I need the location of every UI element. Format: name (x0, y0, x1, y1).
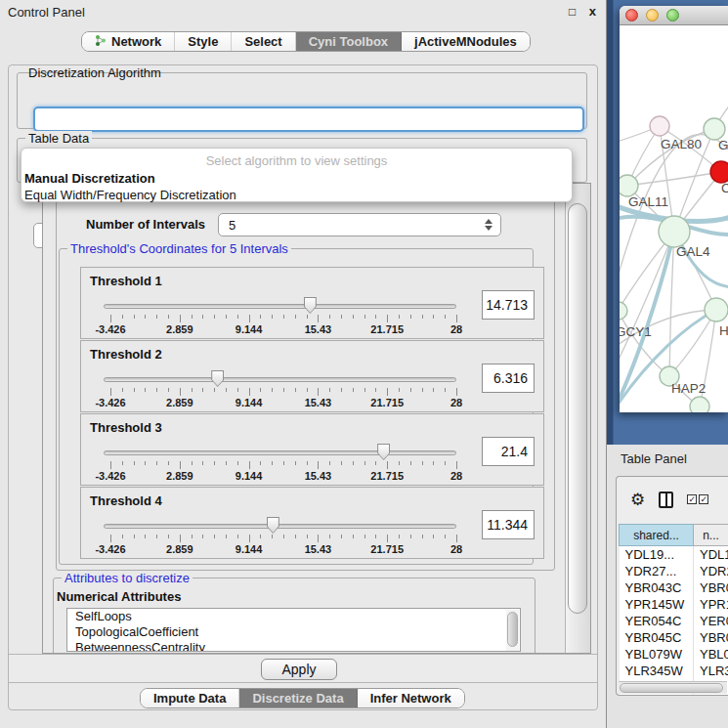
horizontal-scrollbar-thumb[interactable] (620, 683, 723, 693)
table-cell[interactable]: YER0 (694, 613, 728, 629)
node-table: shared... n... YDL19...YDL1YDR27...YDR2Y… (619, 524, 728, 696)
network-edge (627, 172, 721, 186)
tab-select[interactable]: Select (232, 32, 295, 51)
network-node[interactable] (690, 397, 709, 412)
table-cell[interactable]: YLR3 (694, 663, 728, 679)
close-icon[interactable]: x (589, 4, 596, 19)
table-cell[interactable]: YBR0 (694, 629, 728, 646)
network-node[interactable] (650, 116, 669, 136)
tab-cyni-toolbox[interactable]: Cyni Toolbox (296, 32, 402, 51)
table-cell[interactable]: YDR27... (620, 563, 694, 579)
table-row[interactable]: YLR345WYLR3 (620, 663, 728, 679)
table-cell[interactable]: YBL079W (620, 646, 694, 663)
table-cell[interactable]: YDL1 (694, 546, 728, 563)
table-row[interactable]: YBR045CYBR0 (620, 629, 728, 646)
thresholds-group-title: Threshold's Coordinates for 5 Intervals (67, 241, 291, 256)
threshold-slider-thumb[interactable] (304, 297, 317, 314)
vertical-scrollbar-thumb[interactable] (568, 203, 587, 614)
table-cell[interactable]: YBR043C (620, 579, 694, 596)
network-node[interactable] (659, 216, 690, 247)
threshold-slider-track[interactable] (104, 524, 456, 529)
list-item-topologicalcoefficient[interactable]: TopologicalCoefficient (67, 624, 520, 640)
threshold-slider-thumb[interactable] (211, 370, 224, 387)
apply-button[interactable]: Apply (261, 659, 337, 680)
tab-jactivemnodules[interactable]: jActiveMNodules (402, 32, 530, 51)
close-traffic-light-icon[interactable] (625, 9, 638, 21)
table-cell[interactable]: YLR345W (620, 663, 694, 679)
network-node[interactable] (710, 161, 728, 183)
list-scrollbar-thumb[interactable] (507, 612, 518, 647)
threshold-value-input[interactable] (482, 364, 535, 393)
popup-item-equal-width-frequency-discretization[interactable]: Equal Width/Frequency Discretization (21, 187, 572, 203)
table-cell[interactable]: YBR045C (620, 629, 694, 646)
network-view[interactable]: GAL80GACGAL11GAL4GCY1HHAP2 (620, 25, 728, 412)
tab-label: Cyni Toolbox (309, 34, 388, 49)
table-row[interactable]: YBR043CYBR0 (620, 579, 728, 596)
network-node[interactable] (620, 302, 627, 320)
table-cell[interactable]: YPR145W (620, 596, 694, 613)
list-item-selfloops[interactable]: SelfLoops (67, 609, 520, 624)
bottom-tab-discretize-data[interactable]: Discretize Data (239, 689, 357, 707)
table-cell[interactable]: YBL0 (694, 646, 728, 663)
tab-network[interactable]: Network (82, 32, 175, 51)
table-row[interactable]: YDL19...YDL1 (620, 546, 728, 563)
vertical-scrollbar[interactable] (565, 184, 590, 653)
table-cell[interactable]: YDR2 (694, 563, 728, 579)
algorithm-combo[interactable] (33, 107, 584, 132)
threshold-value-input[interactable] (482, 290, 535, 320)
network-node[interactable] (704, 118, 725, 140)
thresholds-group: Threshold's Coordinates for 5 Intervals … (59, 248, 534, 565)
numerical-attributes-label: Numerical Attributes (57, 589, 181, 604)
bottom-tab-impute-data[interactable]: Impute Data (141, 689, 239, 707)
algorithm-dropdown-popup: Select algorithm to view settings Manual… (21, 148, 573, 202)
tab-label: Impute Data (153, 691, 226, 706)
threshold-box: Threshold 3 -3.4262.8599.14415.4321.7152… (80, 413, 544, 486)
network-node-label: GAL11 (628, 194, 668, 209)
float-icon[interactable]: □ (569, 5, 576, 19)
horizontal-scrollbar[interactable] (619, 681, 727, 694)
network-node-label: GAL80 (661, 137, 702, 151)
threshold-slider-track[interactable] (104, 377, 456, 382)
popup-item-manual-discretization[interactable]: Manual Discretization (21, 170, 572, 187)
threshold-value-input[interactable] (482, 510, 535, 539)
slider-ticks (110, 461, 456, 469)
threshold-slider-thumb[interactable] (377, 444, 390, 460)
network-node[interactable] (705, 298, 728, 321)
column-header-name[interactable]: n... (694, 525, 728, 546)
number-of-intervals-value: 5 (229, 218, 236, 233)
zoom-traffic-light-icon[interactable] (666, 9, 679, 21)
table-row[interactable]: YDR27...YDR2 (620, 563, 728, 579)
table-row[interactable]: YBL079WYBL0 (620, 646, 728, 663)
bottom-tab-infer-network[interactable]: Infer Network (358, 689, 464, 707)
table-row[interactable]: YPR145WYPR1 (620, 596, 728, 613)
network-node[interactable] (620, 175, 638, 196)
table-cell[interactable]: YDL19... (620, 546, 694, 563)
scroll-viewport: Interval Definition Number of Intervals … (43, 184, 565, 653)
gear-icon[interactable]: ⚙ (630, 492, 645, 508)
number-of-intervals-combo[interactable]: 5 (218, 213, 501, 236)
table-cell[interactable]: YER054C (620, 613, 694, 629)
tab-style[interactable]: Style (175, 32, 232, 51)
threshold-slider-thumb[interactable] (267, 517, 279, 534)
network-window-titlebar[interactable] (620, 6, 728, 25)
threshold-slider-track[interactable] (104, 450, 456, 455)
table-panel-title: Table Panel (621, 451, 687, 466)
tab-label: Network (111, 34, 161, 49)
numerical-attributes-list[interactable]: SelfLoopsTopologicalCoefficientBetweenne… (66, 608, 521, 652)
columns-icon[interactable] (659, 492, 673, 508)
table-cell[interactable]: YPR1 (694, 596, 728, 613)
checkbox-pair-icon[interactable]: ✓✓ (687, 494, 708, 504)
column-header-shared[interactable]: shared... (620, 525, 694, 546)
table-row[interactable]: YER054CYER0 (620, 613, 728, 629)
table-cell[interactable]: YBR0 (694, 579, 728, 596)
list-scrollbar[interactable] (506, 610, 519, 652)
threshold-slider-track[interactable] (104, 304, 456, 309)
threshold-value-input[interactable] (482, 437, 535, 466)
discretization-algorithm-group: Discretization Algorithm (17, 72, 587, 129)
threshold-label: Threshold 4 (90, 493, 162, 508)
table-toolbar: ⚙ ✓✓ (617, 477, 728, 522)
table-panel-area: Table Panel ⚙ ✓✓ shared... n... YDL19. (607, 445, 728, 728)
minimize-traffic-light-icon[interactable] (646, 9, 659, 21)
network-node-label: GCY1 (620, 324, 652, 339)
list-item-betweennesscentrality[interactable]: BetweennessCentrality (67, 640, 520, 652)
